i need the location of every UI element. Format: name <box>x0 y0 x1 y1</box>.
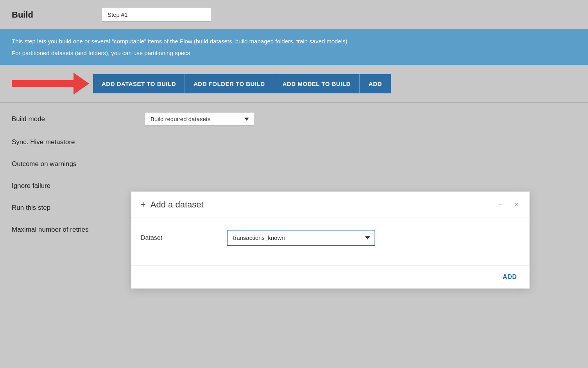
build-mode-row: Build mode Build required datasets Build… <box>0 107 588 131</box>
info-line2: For partitioned datasets (and folders), … <box>12 48 576 58</box>
build-title: Build <box>12 10 90 20</box>
outcome-warnings-label: Outcome on warnings <box>12 160 145 168</box>
dataset-select[interactable]: transactions_known transactions_unknown … <box>227 230 375 246</box>
sync-hive-label: Sync. Hive metastore <box>12 138 145 146</box>
modal-add-button[interactable]: ADD <box>500 272 520 282</box>
step-input[interactable] <box>102 8 211 21</box>
modal-header-actions: − × <box>495 200 522 210</box>
outcome-warnings-row: Outcome on warnings <box>0 153 588 175</box>
build-mode-select[interactable]: Build required datasets Build only this … <box>145 112 254 126</box>
modal-header: + Add a dataset − × <box>131 192 529 218</box>
arrow-head <box>74 73 89 95</box>
info-box: This step lets you build one or several … <box>0 29 588 65</box>
modal-plus-icon: + <box>141 200 146 210</box>
max-retries-label: Maximal number of retries <box>12 226 145 234</box>
sync-hive-row: Sync. Hive metastore <box>0 131 588 153</box>
modal-minimize-button[interactable]: − <box>495 200 506 210</box>
build-mode-label: Build mode <box>12 115 145 123</box>
info-line1: This step lets you build one or several … <box>12 36 576 46</box>
modal-footer: ADD <box>131 265 529 288</box>
modal-title: Add a dataset <box>151 200 204 210</box>
modal-body: Dataset transactions_known transactions_… <box>131 218 529 265</box>
add-extra-button[interactable]: ADD <box>360 74 391 93</box>
build-mode-control: Build required datasets Build only this … <box>145 112 576 126</box>
page-container: Build This step lets you build one or se… <box>0 0 588 368</box>
run-step-label: Run this step <box>12 204 145 212</box>
arrow-shaft <box>12 80 74 87</box>
modal-close-button[interactable]: × <box>511 200 522 210</box>
ignore-failure-label: Ignore failure <box>12 182 145 190</box>
add-dataset-modal: + Add a dataset − × Dataset transactions… <box>131 191 530 289</box>
add-folder-button[interactable]: ADD FOLDER TO BUILD <box>185 74 274 93</box>
buttons-row: ADD DATASET TO BUILD ADD FOLDER TO BUILD… <box>0 65 588 102</box>
red-arrow <box>12 73 89 95</box>
dataset-field-row: Dataset transactions_known transactions_… <box>141 230 520 246</box>
build-header: Build <box>0 0 588 29</box>
arrow-container <box>12 73 89 95</box>
add-model-button[interactable]: ADD MODEL TO BUILD <box>274 74 360 93</box>
add-dataset-button[interactable]: ADD DATASET TO BUILD <box>93 74 185 93</box>
dataset-field-label: Dataset <box>141 234 219 241</box>
